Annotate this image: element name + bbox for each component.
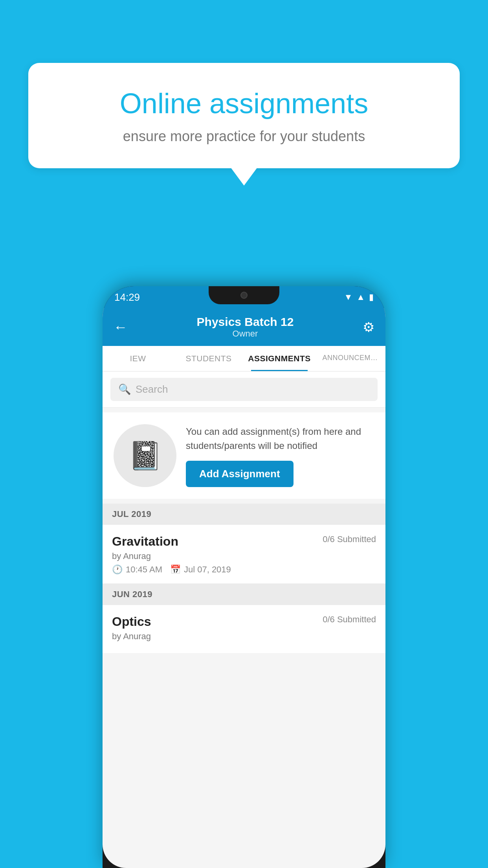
- app-screen: ← Physics Batch 12 Owner ⚙ IEW STUDENTS …: [103, 308, 385, 868]
- notebook-icon: 📓: [128, 440, 162, 472]
- search-bar[interactable]: 🔍 Search: [110, 378, 378, 401]
- assignment-item-gravitation[interactable]: Gravitation 0/6 Submitted by Anurag 🕐 10…: [103, 525, 385, 584]
- clock-icon: 🕐: [112, 565, 123, 575]
- assignment-by-optics: by Anurag: [112, 631, 376, 642]
- back-button[interactable]: ←: [114, 319, 128, 335]
- tab-iew[interactable]: IEW: [103, 346, 173, 371]
- assignment-meta-gravitation: 🕐 10:45 AM 📅 Jul 07, 2019: [112, 565, 376, 575]
- signal-icon: ▲: [356, 292, 365, 302]
- front-camera: [240, 292, 248, 299]
- section-header-jul: JUL 2019: [103, 504, 385, 525]
- tab-students[interactable]: STUDENTS: [173, 346, 244, 371]
- assignment-row-top-optics: Optics 0/6 Submitted: [112, 614, 376, 629]
- speech-bubble: Online assignments ensure more practice …: [28, 63, 460, 168]
- add-assignment-button[interactable]: Add Assignment: [186, 461, 294, 487]
- bubble-subtitle: ensure more practice for your students: [56, 128, 432, 145]
- phone-frame: 14:29 ▼ ▲ ▮ ← Physics Batch 12 Owner ⚙ I…: [103, 286, 385, 868]
- speech-bubble-container: Online assignments ensure more practice …: [28, 63, 460, 168]
- section-header-jun: JUN 2019: [103, 584, 385, 605]
- assignment-time: 🕐 10:45 AM: [112, 565, 162, 575]
- app-header: ← Physics Batch 12 Owner ⚙: [103, 308, 385, 346]
- assignment-item-optics[interactable]: Optics 0/6 Submitted by Anurag: [103, 605, 385, 654]
- header-subtitle: Owner: [197, 329, 294, 339]
- calendar-icon: 📅: [170, 565, 181, 575]
- battery-icon: ▮: [369, 292, 374, 302]
- status-icons: ▼ ▲ ▮: [344, 292, 374, 302]
- assignment-submitted-gravitation: 0/6 Submitted: [323, 534, 376, 544]
- status-time: 14:29: [114, 291, 140, 303]
- wifi-icon: ▼: [344, 292, 352, 302]
- assignment-time-value: 10:45 AM: [126, 565, 162, 575]
- settings-button[interactable]: ⚙: [363, 319, 374, 335]
- assignment-by-gravitation: by Anurag: [112, 551, 376, 561]
- promo-content: You can add assignment(s) from here and …: [186, 425, 374, 487]
- assignment-submitted-optics: 0/6 Submitted: [323, 614, 376, 625]
- tab-announcements[interactable]: ANNOUNCEM…: [315, 346, 385, 371]
- promo-description: You can add assignment(s) from here and …: [186, 425, 374, 453]
- header-center: Physics Batch 12 Owner: [197, 315, 294, 339]
- promo-card: 📓 You can add assignment(s) from here an…: [103, 412, 385, 499]
- notch: [209, 286, 279, 304]
- header-title: Physics Batch 12: [197, 315, 294, 329]
- search-placeholder-text: Search: [136, 383, 168, 395]
- tab-bar: IEW STUDENTS ASSIGNMENTS ANNOUNCEM…: [103, 346, 385, 371]
- assignment-name-optics: Optics: [112, 614, 151, 629]
- search-icon: 🔍: [118, 383, 131, 395]
- status-bar: 14:29 ▼ ▲ ▮: [103, 286, 385, 308]
- assignment-date-value: Jul 07, 2019: [184, 565, 231, 575]
- assignment-row-top: Gravitation 0/6 Submitted: [112, 534, 376, 549]
- tab-assignments[interactable]: ASSIGNMENTS: [244, 346, 315, 371]
- bubble-title: Online assignments: [56, 86, 432, 120]
- search-container: 🔍 Search: [103, 371, 385, 408]
- assignment-date: 📅 Jul 07, 2019: [170, 565, 231, 575]
- assignment-name-gravitation: Gravitation: [112, 534, 178, 549]
- promo-icon-circle: 📓: [114, 424, 176, 487]
